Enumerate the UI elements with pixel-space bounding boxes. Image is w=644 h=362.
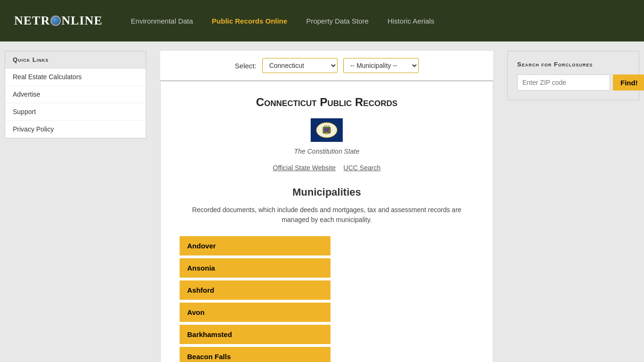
municipality-list: Andover Ansonia Ashford Avon Barkhamsted…	[180, 236, 330, 362]
select-bar: Select: Connecticut Alabama Alaska Arizo…	[160, 51, 493, 81]
ucc-search-link[interactable]: UCC Search	[344, 164, 381, 172]
state-select[interactable]: Connecticut Alabama Alaska Arizona Arkan…	[262, 58, 338, 73]
main-content-box: Connecticut Public Records	[160, 81, 493, 362]
main-wrapper: Quick Links Real Estate Calculators Adve…	[0, 41, 644, 362]
nav-environmental-data[interactable]: Environmental Data	[131, 17, 193, 25]
sidebar-item-support[interactable]: Support	[5, 103, 146, 121]
page-title: Connecticut Public Records	[180, 96, 474, 109]
nav-property-data-store[interactable]: Property Data Store	[306, 17, 369, 25]
svg-rect-8	[326, 132, 328, 134]
svg-point-7	[327, 130, 329, 132]
svg-point-3	[324, 128, 326, 130]
sidebar-box: Quick Links Real Estate Calculators Adve…	[5, 51, 146, 139]
state-links: Official State Website UCC Search	[180, 164, 474, 172]
find-foreclosures-button[interactable]: Find!	[613, 74, 644, 90]
state-subtitle: The Constitution State	[180, 148, 474, 155]
header: NETRNLINE Environmental Data Public Reco…	[0, 0, 644, 41]
flag-container	[180, 118, 474, 144]
municipalities-description: Recorded documents, which include deeds …	[180, 205, 474, 225]
foreclosure-search-box: Search for Forclosures Find!	[507, 51, 639, 100]
foreclosure-search-heading: Search for Forclosures	[517, 61, 629, 68]
quick-links-heading: Quick Links	[5, 51, 146, 68]
sidebar: Quick Links Real Estate Calculators Adve…	[0, 41, 151, 362]
municipality-barkhamsted[interactable]: Barkhamsted	[180, 325, 330, 344]
sidebar-item-advertise[interactable]: Advertise	[5, 86, 146, 103]
official-state-website-link[interactable]: Official State Website	[273, 164, 336, 172]
nav-historic-aerials[interactable]: Historic Aerials	[388, 17, 434, 25]
municipality-ansonia[interactable]: Ansonia	[180, 258, 330, 278]
sidebar-item-real-estate-calculators[interactable]: Real Estate Calculators	[5, 68, 146, 86]
municipality-avon[interactable]: Avon	[180, 303, 330, 322]
svg-point-6	[325, 130, 327, 132]
select-label: Select:	[235, 62, 256, 70]
main-nav: Environmental Data Public Records Online…	[131, 17, 435, 25]
zip-code-input[interactable]	[517, 74, 610, 90]
content-area: Select: Connecticut Alabama Alaska Arizo…	[151, 41, 503, 362]
svg-point-5	[328, 128, 330, 130]
svg-point-4	[326, 128, 328, 130]
logo-text: NETRNLINE	[14, 14, 103, 27]
nav-public-records-online[interactable]: Public Records Online	[212, 17, 287, 25]
foreclosure-input-row: Find!	[517, 74, 629, 90]
state-flag	[311, 118, 343, 142]
municipality-andover[interactable]: Andover	[180, 236, 330, 255]
logo[interactable]: NETRNLINE	[14, 14, 103, 28]
sidebar-item-privacy-policy[interactable]: Privacy Policy	[5, 121, 146, 138]
municipality-select[interactable]: -- Municipality -- Andover Ansonia Ashfo…	[343, 58, 419, 73]
municipality-beacon-falls[interactable]: Beacon Falls	[180, 347, 330, 362]
right-sidebar: Search for Forclosures Find!	[503, 41, 644, 362]
municipality-ashford[interactable]: Ashford	[180, 280, 330, 300]
municipalities-heading: Municipalities	[180, 186, 474, 198]
logo-globe-icon	[50, 16, 61, 26]
